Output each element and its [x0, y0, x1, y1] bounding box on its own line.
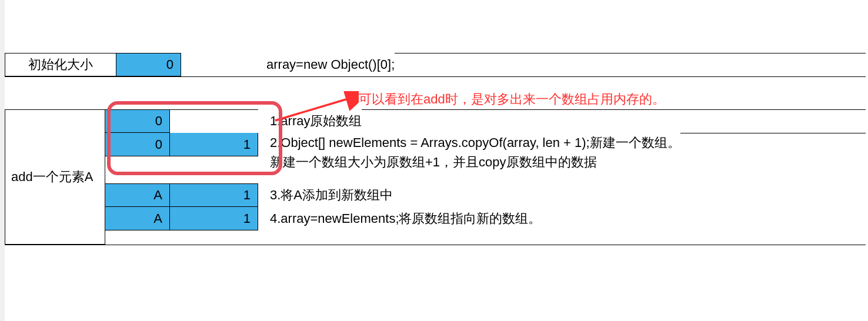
step-row-4: A 1 4.array=newElements;将原数组指向新的数组。: [105, 207, 680, 230]
array-cell: 0: [116, 53, 181, 76]
step-description: 4.array=newElements;将原数组指向新的数组。: [258, 207, 542, 230]
array-cell-group: A 1: [105, 183, 258, 207]
array-cell: 1: [170, 133, 258, 156]
array-cell: 1: [170, 183, 258, 207]
divider: [5, 76, 866, 77]
divider: [5, 245, 866, 245]
init-description: array=new Object()[0];: [181, 53, 395, 76]
callout-arrow-icon: [271, 91, 359, 126]
array-cell-group: 0: [105, 109, 258, 133]
step-description-line: 新建一个数组大小为原数组+1，并且copy原数组中的数据: [270, 152, 597, 172]
array-cell: A: [105, 207, 170, 230]
array-cell: 0: [105, 109, 170, 133]
step-description-line: 2.Object[] newElements = Arrays.copyOf(a…: [270, 133, 680, 152]
init-label: 初始化大小: [5, 53, 116, 76]
spacer: [105, 172, 680, 183]
callout-text: 可以看到在add时，是对多出来一个数组占用内存的。: [359, 91, 665, 108]
add-section: add一个元素A 0 1.array原始数组 0 1 2.Object[] ne…: [5, 109, 680, 245]
left-gutter: [0, 0, 5, 321]
step-row-3: A 1 3.将A添加到新数组中: [105, 183, 680, 207]
step-description: 3.将A添加到新数组中: [258, 183, 393, 207]
array-cell: A: [105, 183, 170, 207]
init-section: 初始化大小 0 array=new Object()[0];: [5, 53, 395, 76]
array-cell-group: 0 1: [105, 133, 258, 156]
array-cell-group: A 1: [105, 207, 258, 230]
step-row-1: 0 1.array原始数组: [105, 109, 680, 133]
svg-line-0: [275, 98, 350, 121]
step-description: 2.Object[] newElements = Arrays.copyOf(a…: [258, 133, 680, 172]
array-cell: 0: [105, 133, 170, 156]
array-cell: 1: [170, 207, 258, 230]
step-row-2: 0 1 2.Object[] newElements = Arrays.copy…: [105, 133, 680, 172]
add-label: add一个元素A: [5, 109, 105, 245]
